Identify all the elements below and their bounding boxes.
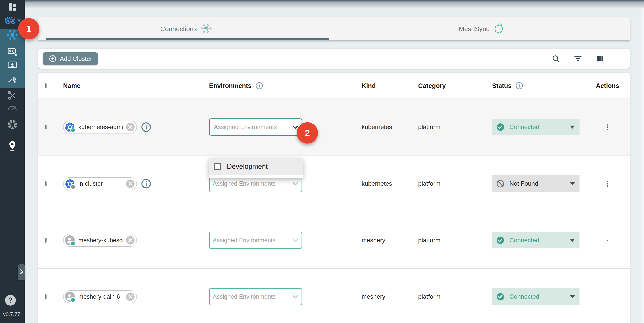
row-checkbox[interactable] (45, 294, 46, 299)
remove-connection-icon[interactable]: ✕ (126, 236, 134, 245)
status-info-icon[interactable] (515, 82, 524, 90)
view-columns-icon[interactable] (595, 54, 604, 63)
category-value: platform (418, 180, 440, 187)
connection-name-chip[interactable]: meshery-dain-6 ✕ (63, 290, 137, 303)
environments-placeholder: Assigned Environments (213, 237, 284, 244)
check-circle-icon (496, 292, 505, 301)
sidebar-item-performance[interactable] (0, 102, 25, 113)
filter-icon[interactable] (573, 54, 582, 63)
tab-connections-label: Connections (160, 25, 197, 33)
sidebar-expand-button[interactable] (18, 264, 25, 280)
kind-value: meshery (362, 293, 385, 300)
sidebar-item-workloads[interactable] (0, 75, 25, 85)
row-checkbox[interactable] (45, 238, 46, 243)
sidebar-item-location[interactable] (0, 139, 25, 153)
connection-name-chip[interactable]: in-cluster ✕ (63, 177, 137, 190)
row-checkbox[interactable] (45, 181, 46, 186)
environment-option-label: Development (227, 162, 268, 171)
sidebar-divider (0, 160, 25, 160)
sidebar-item-designs[interactable] (0, 60, 25, 71)
environments-info-icon[interactable] (255, 82, 264, 90)
row-checkbox[interactable] (45, 125, 46, 129)
sidebar: ? v0.7.77 (0, 0, 25, 323)
column-header-name[interactable]: Name (63, 82, 80, 89)
connection-name-label: meshery-kubescop... (78, 237, 123, 244)
kubernetes-icon (64, 178, 75, 189)
status-select[interactable]: Connected (492, 119, 580, 135)
top-shadow (0, 0, 644, 9)
chevron-down-icon[interactable] (289, 236, 302, 244)
chevron-down-icon[interactable] (289, 180, 302, 188)
question-mark-icon: ? (8, 296, 12, 304)
sidebar-item-adapters[interactable] (0, 46, 25, 57)
environment-option-checkbox[interactable] (214, 163, 221, 170)
connection-info-icon[interactable] (141, 178, 152, 189)
caret-down-icon (570, 126, 575, 129)
kind-value: meshery (362, 237, 385, 244)
select-divider (286, 235, 286, 245)
row-actions-menu-icon[interactable] (603, 179, 612, 188)
environments-placeholder: Assigned Environments (213, 293, 284, 300)
connection-name-label: meshery-dain-6 (78, 293, 123, 300)
table-row: meshery-dain-6 ✕ Assigned Environments m… (38, 269, 630, 323)
sidebar-item-dashboard[interactable] (0, 2, 25, 12)
add-cluster-label: Add Cluster (60, 55, 92, 62)
row-actions-menu-icon[interactable] (603, 123, 612, 132)
tab-meshsync[interactable]: MeshSync (334, 17, 630, 40)
table-row: in-cluster ✕ Assigned Environments kuber… (38, 156, 630, 212)
connection-name-label: in-cluster (78, 180, 123, 187)
version-label: v0.7.77 (3, 311, 20, 317)
meshery-avatar-icon (64, 235, 75, 246)
lifecycle-gears-icon (4, 16, 21, 26)
block-icon (496, 179, 505, 188)
status-select[interactable]: Not Found (492, 175, 580, 192)
dashboard-grid-icon (8, 2, 17, 12)
check-circle-icon (496, 123, 505, 132)
remove-connection-icon[interactable]: ✕ (126, 123, 134, 131)
annotation-step-2-number: 2 (305, 128, 310, 138)
column-header-kind[interactable]: Kind (362, 82, 376, 89)
connection-info-icon[interactable] (141, 122, 152, 133)
connection-name-chip[interactable]: meshery-kubescop... ✕ (63, 234, 137, 247)
assigned-environments-select[interactable]: Assigned Environments (209, 288, 302, 305)
no-actions-dash: - (606, 237, 609, 244)
sidebar-item-extensions[interactable] (0, 119, 25, 131)
page-scrollbar[interactable] (641, 8, 644, 323)
assigned-environments-select[interactable]: Assigned Environments (209, 232, 302, 249)
caret-down-icon (570, 182, 575, 185)
add-cluster-button[interactable]: Add Cluster (43, 52, 98, 65)
mesh-connection-icon (200, 23, 212, 35)
meshery-connections-page: ? v0.7.77 Connections (0, 0, 644, 323)
status-select[interactable]: Connected (492, 288, 580, 305)
tab-connections[interactable]: Connections (38, 17, 334, 40)
remove-connection-icon[interactable]: ✕ (126, 292, 134, 301)
remove-connection-icon[interactable]: ✕ (126, 179, 134, 188)
chevron-down-icon[interactable] (289, 293, 302, 301)
table-header-row: Name Environments Kind Category Status A… (38, 73, 630, 99)
column-header-category[interactable]: Category (418, 82, 446, 89)
location-pin-icon (7, 140, 18, 152)
help-button[interactable]: ? (5, 295, 16, 306)
select-divider (286, 179, 286, 189)
column-header-status[interactable]: Status (492, 82, 512, 89)
no-actions-dash: - (606, 293, 609, 300)
environments-placeholder: Assigned Environments (214, 124, 284, 131)
kind-value: kubernetes (362, 123, 392, 130)
select-all-checkbox[interactable] (45, 83, 46, 88)
assigned-environments-select[interactable]: Assigned Environments (209, 118, 302, 136)
connection-name-chip[interactable]: kubernetes-admin... ✕ (63, 121, 137, 134)
caret-down-icon (570, 295, 575, 298)
search-icon[interactable] (551, 54, 560, 63)
connections-mesh-icon (7, 29, 18, 41)
status-select[interactable]: Connected (492, 232, 580, 248)
tools-crossed-icon (7, 90, 18, 101)
gauge-icon (7, 103, 18, 113)
select-divider (286, 122, 286, 132)
screen-user-icon (7, 60, 18, 70)
environment-option[interactable]: Development (209, 158, 303, 175)
text-cursor (213, 123, 213, 132)
workloads-graph-icon (7, 75, 18, 85)
sidebar-item-configuration[interactable] (0, 90, 25, 101)
column-header-environments[interactable]: Environments (209, 82, 252, 89)
connection-status-dot (70, 241, 76, 246)
